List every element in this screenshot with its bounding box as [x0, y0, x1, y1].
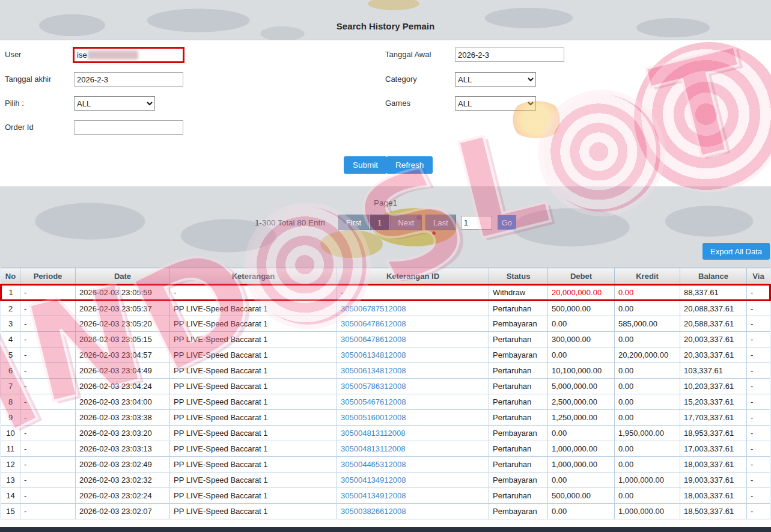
- cell-keterangan-id[interactable]: 305004465312008: [337, 457, 489, 472]
- cell-via: -: [747, 457, 770, 472]
- cell-debet: 500,000.00: [548, 488, 615, 504]
- refresh-button[interactable]: Refresh: [386, 156, 433, 174]
- tanggal-awal-input[interactable]: [455, 47, 564, 62]
- cell-keterangan-id[interactable]: 305006787512008: [337, 301, 489, 316]
- user-input[interactable]: ise: [73, 47, 184, 63]
- cell-keterangan-id[interactable]: 305005160012008: [337, 410, 489, 426]
- cell-balance: 88,337.61: [680, 285, 747, 301]
- cell-keterangan-id[interactable]: 305006134812008: [337, 347, 489, 363]
- cell-balance: 103,337.61: [680, 363, 747, 379]
- cell-no: 11: [1, 441, 20, 457]
- cell-keterangan-id[interactable]: 305005467612008: [337, 394, 489, 410]
- search-form: User ise Tanggal Awal Tanggal akhir Cate…: [0, 40, 771, 186]
- cell-no: 1: [1, 285, 20, 301]
- cell-keterangan-id[interactable]: 305006134812008: [337, 363, 489, 379]
- cell-status: Pertaruhan: [489, 379, 548, 394]
- cell-keterangan-id[interactable]: 305003826612008: [337, 504, 489, 519]
- cell-keterangan: PP LIVE-Speed Baccarat 1: [170, 504, 337, 519]
- cell-via: -: [747, 301, 770, 316]
- goto-page-input[interactable]: [461, 216, 492, 230]
- table-row: 6-2026-02-03 23:04:49PP LIVE-Speed Bacca…: [1, 363, 770, 379]
- cell-periode: -: [20, 472, 76, 488]
- cell-keterangan: PP LIVE-Speed Baccarat 1: [170, 441, 337, 457]
- table-row: 11-2026-02-03 23:03:13PP LIVE-Speed Bacc…: [1, 441, 770, 457]
- games-select[interactable]: ALL: [455, 96, 536, 111]
- cell-debet: 0.00: [548, 347, 615, 363]
- cell-date: 2026-02-03 23:05:15: [76, 332, 170, 347]
- table-row: 14-2026-02-03 23:02:24PP LIVE-Speed Bacc…: [1, 488, 770, 504]
- cell-keterangan: PP LIVE-Speed Baccarat 1: [170, 301, 337, 316]
- cell-via: -: [747, 441, 770, 457]
- cell-status: Pertaruhan: [489, 301, 548, 316]
- cell-keterangan-id[interactable]: 305006478612008: [337, 316, 489, 332]
- cell-via: -: [747, 472, 770, 488]
- cell-keterangan-id[interactable]: 305004134912008: [337, 488, 489, 504]
- page-indicator: Page1: [0, 198, 771, 207]
- column-header: Via: [747, 268, 770, 285]
- tanggal-akhir-input[interactable]: [74, 72, 183, 87]
- cell-keterangan-id[interactable]: 305005786312008: [337, 379, 489, 394]
- table-row: 10-2026-02-03 23:03:20PP LIVE-Speed Bacc…: [1, 426, 770, 441]
- category-select[interactable]: ALL: [455, 72, 536, 87]
- cell-status: Pembayaran: [489, 472, 548, 488]
- cell-periode: -: [20, 410, 76, 426]
- cell-kredit: 1,000,000.00: [615, 504, 680, 519]
- table-header-row: NoPeriodeDateKeteranganKeterangan IDStat…: [1, 268, 770, 285]
- cell-date: 2026-02-03 23:05:37: [76, 301, 170, 316]
- cell-balance: 20,588,337.61: [680, 316, 747, 332]
- cell-via: -: [747, 394, 770, 410]
- cell-periode: -: [20, 457, 76, 472]
- page-header: Search History Pemain: [0, 0, 771, 40]
- cell-keterangan-id[interactable]: 305004134912008: [337, 472, 489, 488]
- cell-via: -: [747, 316, 770, 332]
- cell-keterangan: PP LIVE-Speed Baccarat 1: [170, 488, 337, 504]
- cell-status: Pertaruhan: [489, 441, 548, 457]
- cell-no: 4: [1, 332, 20, 347]
- cell-via: -: [747, 332, 770, 347]
- table-row: 7-2026-02-03 23:04:24PP LIVE-Speed Bacca…: [1, 379, 770, 394]
- cell-balance: 17,003,337.61: [680, 441, 747, 457]
- pilih-label: Pilih :: [5, 99, 24, 108]
- first-page-button[interactable]: First: [338, 215, 369, 230]
- cell-periode: -: [20, 426, 76, 441]
- category-label: Category: [385, 75, 417, 84]
- cell-keterangan-id[interactable]: 305004813112008: [337, 441, 489, 457]
- user-label: User: [5, 50, 21, 59]
- cell-date: 2026-02-03 23:02:07: [76, 504, 170, 519]
- cell-balance: 19,003,337.61: [680, 472, 747, 488]
- cell-debet: 1,000,000.00: [548, 441, 615, 457]
- entries-summary: 1-300 Total 80 Entri: [255, 218, 325, 227]
- export-all-data-button[interactable]: Export All Data: [702, 243, 770, 260]
- column-header: Date: [76, 268, 170, 285]
- cell-balance: 20,088,337.61: [680, 301, 747, 316]
- cell-debet: 0.00: [548, 426, 615, 441]
- go-button[interactable]: Go: [498, 215, 516, 230]
- next-page-button[interactable]: Next: [390, 215, 422, 230]
- cell-keterangan: PP LIVE-Speed Baccarat 1: [170, 410, 337, 426]
- pilih-select[interactable]: ALL: [74, 96, 155, 111]
- cell-via: -: [747, 363, 770, 379]
- cell-keterangan-id: -: [337, 285, 489, 301]
- cell-kredit: 0.00: [615, 332, 680, 347]
- cell-keterangan: PP LIVE-Speed Baccarat 1: [170, 347, 337, 363]
- current-page-button[interactable]: 1: [370, 215, 389, 230]
- cell-kredit: 0.00: [615, 379, 680, 394]
- cell-debet: 0.00: [548, 316, 615, 332]
- cell-keterangan-id[interactable]: 305004813112008: [337, 426, 489, 441]
- redacted-text: [88, 50, 138, 60]
- column-header: Balance: [680, 268, 747, 285]
- cell-status: Pertaruhan: [489, 488, 548, 504]
- cell-via: -: [747, 347, 770, 363]
- user-input-value: ise: [77, 50, 87, 60]
- order-id-label: Order Id: [5, 123, 34, 132]
- cell-keterangan: PP LIVE-Speed Baccarat 1: [170, 379, 337, 394]
- cell-keterangan-id[interactable]: 305006478612008: [337, 332, 489, 347]
- cell-debet: 500,000.00: [548, 301, 615, 316]
- submit-button[interactable]: Submit: [344, 156, 387, 174]
- column-header: Keterangan ID: [337, 268, 489, 285]
- cell-debet: 0.00: [548, 472, 615, 488]
- cell-kredit: 0.00: [615, 488, 680, 504]
- order-id-input[interactable]: [74, 120, 183, 135]
- cell-balance: 15,203,337.61: [680, 394, 747, 410]
- last-page-button[interactable]: Last: [425, 215, 456, 230]
